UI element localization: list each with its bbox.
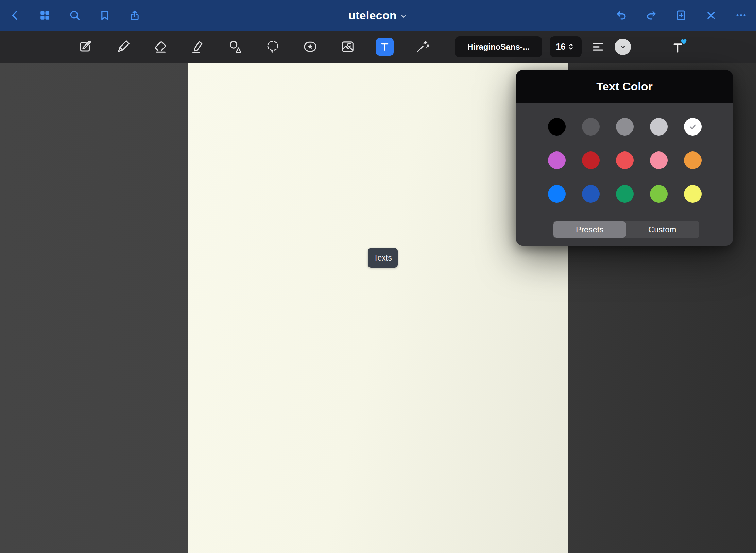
- document-title: utelecon: [348, 9, 397, 22]
- current-color-swatch: [615, 39, 631, 55]
- navbar-right-group: [615, 9, 747, 21]
- back-button[interactable]: [9, 9, 21, 21]
- close-button[interactable]: [705, 9, 717, 21]
- navbar-left-group: [9, 9, 141, 21]
- note-page[interactable]: Texts: [188, 63, 568, 553]
- tool-group: [76, 37, 432, 56]
- add-page-button[interactable]: [675, 9, 687, 21]
- chevron-down-icon: [400, 12, 408, 20]
- align-left-icon: [591, 40, 604, 53]
- elements-tool[interactable]: [300, 37, 320, 56]
- swatch-purple[interactable]: [548, 151, 566, 169]
- checkmark-icon: [688, 122, 698, 131]
- sticker-star-icon: [303, 39, 317, 54]
- swatch-dark-gray[interactable]: [582, 118, 600, 136]
- heart-icon: [680, 38, 687, 45]
- document-title-button[interactable]: utelecon: [348, 0, 408, 31]
- share-button[interactable]: [128, 9, 141, 21]
- segment-custom[interactable]: Custom: [626, 221, 699, 238]
- font-family-button[interactable]: HiraginoSans-...: [455, 36, 542, 57]
- undo-icon: [616, 10, 627, 21]
- shapes-icon: [228, 39, 243, 54]
- segment-presets[interactable]: Presets: [553, 221, 626, 238]
- swatch-blue[interactable]: [548, 185, 566, 203]
- font-size-stepper[interactable]: 16: [550, 36, 582, 57]
- redo-icon: [646, 10, 657, 21]
- shapes-tool[interactable]: [226, 37, 245, 56]
- lasso-icon: [265, 39, 280, 54]
- eraser-icon: [153, 39, 168, 54]
- ellipsis-icon: [735, 10, 747, 21]
- edit-mode-toggle[interactable]: [76, 37, 95, 56]
- chevron-left-icon: [9, 10, 21, 21]
- app-root: utelecon: [0, 0, 756, 553]
- swatch-black[interactable]: [548, 118, 566, 136]
- swatch-light-green[interactable]: [650, 185, 668, 203]
- text-color-button[interactable]: [614, 38, 632, 56]
- bookmark-button[interactable]: [99, 9, 111, 21]
- text-style-favorite-button[interactable]: [669, 38, 687, 56]
- lasso-tool[interactable]: [263, 37, 282, 56]
- swatch-yellow[interactable]: [684, 185, 702, 203]
- text-format-controls: HiraginoSans-... 16: [455, 36, 687, 57]
- swatch-green[interactable]: [616, 185, 634, 203]
- color-swatch-grid: [516, 103, 733, 203]
- text-align-button[interactable]: [590, 39, 605, 54]
- pen-icon: [116, 39, 131, 54]
- highlighter-tool[interactable]: [188, 37, 207, 56]
- highlighter-icon: [191, 39, 205, 54]
- laser-pointer-icon: [415, 39, 430, 54]
- font-family-label: HiraginoSans-...: [467, 42, 530, 52]
- share-icon: [129, 10, 140, 21]
- pen-tool[interactable]: [114, 37, 133, 56]
- popover-title: Text Color: [516, 70, 733, 103]
- search-icon: [69, 10, 81, 21]
- selected-text-object[interactable]: Texts: [368, 248, 398, 268]
- undo-button[interactable]: [615, 9, 628, 21]
- bookmark-icon: [99, 10, 110, 21]
- thumbnails-button[interactable]: [39, 9, 51, 21]
- swatch-pink[interactable]: [650, 151, 668, 169]
- swatch-dark-blue[interactable]: [582, 185, 600, 203]
- chevron-down-icon: [618, 42, 628, 51]
- presets-custom-segmented-control: Presets Custom: [553, 221, 699, 238]
- font-size-value: 16: [556, 42, 566, 52]
- laser-pointer-tool[interactable]: [413, 37, 432, 56]
- redo-button[interactable]: [645, 9, 657, 21]
- eraser-tool[interactable]: [151, 37, 170, 56]
- text-tool-icon: [379, 41, 391, 53]
- close-icon: [705, 10, 717, 21]
- swatch-red[interactable]: [616, 151, 634, 169]
- page-edit-icon: [79, 39, 93, 54]
- more-options-button[interactable]: [735, 9, 747, 21]
- tools-toolbar: HiraginoSans-... 16: [0, 31, 756, 63]
- search-button[interactable]: [69, 9, 81, 21]
- swatch-dark-red[interactable]: [582, 151, 600, 169]
- stepper-chevrons-icon: [567, 42, 575, 51]
- navbar: utelecon: [0, 0, 756, 31]
- text-tool[interactable]: [376, 38, 394, 56]
- swatch-orange[interactable]: [684, 151, 702, 169]
- swatch-light-gray[interactable]: [650, 118, 668, 136]
- swatch-gray[interactable]: [616, 118, 634, 136]
- photo-icon: [340, 39, 355, 54]
- grid-icon: [39, 10, 51, 21]
- page-plus-icon: [675, 10, 687, 21]
- text-color-popover: Text Color Presets Custom: [516, 70, 733, 246]
- swatch-white-selected[interactable]: [684, 118, 702, 136]
- image-tool[interactable]: [338, 37, 357, 56]
